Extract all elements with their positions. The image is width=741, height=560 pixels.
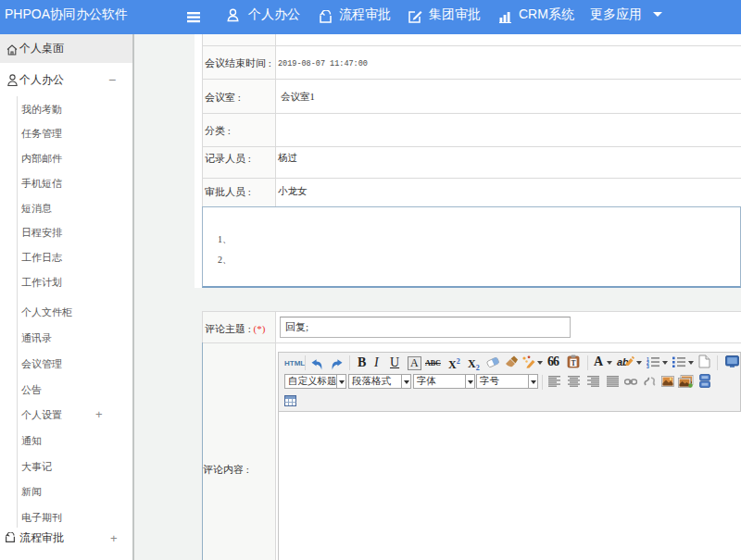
svg-text:3: 3 (647, 364, 649, 368)
svg-text:T: T (571, 359, 575, 367)
